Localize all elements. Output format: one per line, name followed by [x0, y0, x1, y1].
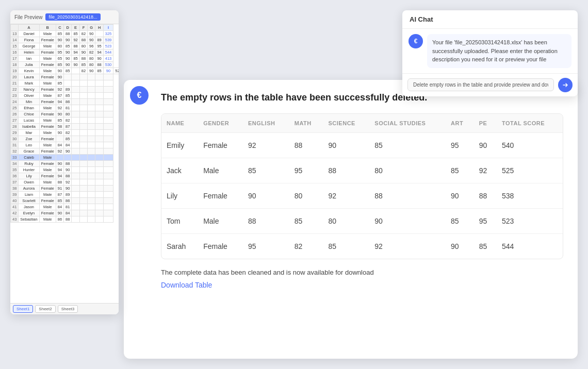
table-row: TomMale888580908595523 — [161, 209, 563, 234]
table-col-header: NAME — [161, 114, 198, 133]
table-col-header: GENDER — [198, 114, 243, 133]
sheet-cell: 522 — [113, 68, 119, 74]
table-cell: 92 — [243, 133, 289, 158]
table-col-header: MATH — [289, 114, 323, 133]
sheet-tab-3[interactable]: Sheet3 — [58, 305, 78, 313]
sheet-cell — [88, 204, 95, 210]
chat-send-button[interactable] — [558, 78, 573, 92]
table-col-header: PE — [474, 114, 497, 133]
sheet-cell — [103, 93, 113, 99]
table-cell: 80 — [369, 158, 446, 183]
sheet-tab-1[interactable]: Sheet1 — [13, 305, 33, 313]
sheet-cell — [72, 74, 79, 80]
table-cell: 90 — [446, 234, 474, 259]
sheet-cell: 80 — [88, 62, 95, 68]
sheet-cell: 90 — [72, 62, 79, 68]
row-number: 26 — [11, 111, 19, 118]
sheet-cell: 85 — [64, 93, 72, 99]
sheet-cell — [95, 130, 103, 136]
sheet-cell — [79, 118, 87, 124]
sheet-cell: 80 — [88, 56, 95, 62]
row-number: 29 — [11, 130, 19, 136]
col-header-row — [11, 25, 19, 31]
sheet-cell: 65 — [56, 56, 63, 62]
sheet-cell — [79, 167, 87, 173]
table-cell: 80 — [289, 183, 323, 209]
file-tab[interactable]: file_20250303142418... — [45, 13, 100, 21]
sheet-cell: 94 — [72, 49, 79, 56]
chat-input-row — [402, 73, 578, 96]
sheet-cell: Male — [39, 130, 56, 136]
sheet-cell — [95, 173, 103, 179]
sheet-cell: 325 — [103, 31, 113, 37]
sheet-cell: 90 — [56, 74, 63, 80]
sheet-cell — [79, 179, 87, 186]
sheet-cell — [79, 210, 87, 216]
sheet-cell: 86 — [56, 216, 63, 223]
sheet-cell: 90 — [88, 31, 95, 37]
sheet-cell — [79, 99, 87, 105]
table-cell: 85 — [474, 234, 497, 259]
sheet-cell — [64, 80, 72, 87]
sheet-cell: 85 — [79, 62, 87, 68]
sheet-cell: 88 — [56, 179, 63, 186]
sheet-cell: 88 — [64, 216, 72, 223]
sheet-cell — [88, 124, 95, 130]
table-header-row: NAMEGENDERENGLISHMATHSCIENCESOCIAL STUDI… — [161, 114, 563, 133]
sheet-cell: 85 — [56, 198, 63, 204]
sheet-cell: 90 — [64, 167, 72, 173]
sheet-tab-2[interactable]: Sheet2 — [35, 305, 55, 313]
download-table-link[interactable]: Download Table — [161, 281, 212, 289]
sheet-cell: Leo — [19, 142, 39, 148]
table-cell: 90 — [446, 183, 474, 209]
sheet-cell: Chloe — [19, 111, 39, 118]
sheet-cell: 88 — [64, 161, 72, 167]
sheet-cell: Male — [39, 216, 56, 223]
sheet-cell: Zoe — [19, 136, 39, 142]
sheet-cell — [95, 74, 103, 80]
sheet-cell: Julia — [19, 62, 39, 68]
sheet-cell: Male — [39, 192, 56, 198]
sheet-cell: 88 — [64, 173, 72, 179]
row-number: 40 — [11, 198, 19, 204]
sheet-cell: Min — [19, 99, 39, 105]
sheet-cell — [72, 99, 79, 105]
sheet-cell: 84 — [56, 204, 63, 210]
sheet-cell: Ian — [19, 56, 39, 62]
table-col-header: SCIENCE — [323, 114, 370, 133]
sheet-cell: Female — [39, 37, 56, 43]
chat-input[interactable] — [407, 78, 554, 91]
col-header-g: G — [88, 25, 95, 31]
table-cell: 90 — [474, 133, 497, 158]
row-number: 35 — [11, 167, 19, 173]
sheet-cell — [103, 74, 113, 80]
sheet-cell: Male — [39, 204, 56, 210]
sheet-cell — [95, 136, 103, 142]
sheet-table: A B C D E F G H I 13DanielMale8588858290… — [10, 24, 119, 223]
sheet-cell: Female — [39, 124, 56, 130]
sheet-cell: Male — [39, 167, 56, 173]
sheet-cell: Fiona — [19, 37, 39, 43]
sheet-cell: Female — [39, 87, 56, 93]
sheet-cell — [72, 173, 79, 179]
row-number: 17 — [11, 56, 19, 62]
sheet-cell: Male — [39, 43, 56, 49]
data-table: NAMEGENDERENGLISHMATHSCIENCESOCIAL STUDI… — [161, 114, 563, 259]
sheet-cell — [72, 155, 79, 161]
table-cell: Jack — [161, 158, 198, 183]
sheet-cell — [103, 210, 113, 216]
sheet-cell — [72, 167, 79, 173]
sheet-cell: Sebastian — [19, 216, 39, 223]
sheet-cell — [79, 161, 87, 167]
row-number: 22 — [11, 87, 19, 93]
sheet-cell — [79, 74, 87, 80]
sheet-cell — [103, 111, 113, 118]
sheet-cell — [88, 192, 95, 198]
cleanup-note: The complete data has been cleaned and i… — [161, 269, 563, 276]
row-number: 23 — [11, 93, 19, 99]
sheet-cell — [72, 118, 79, 124]
sheet-cell — [72, 198, 79, 204]
table-cell: 80 — [323, 209, 370, 234]
sheet-cell — [103, 173, 113, 179]
sheet-cell — [88, 130, 95, 136]
